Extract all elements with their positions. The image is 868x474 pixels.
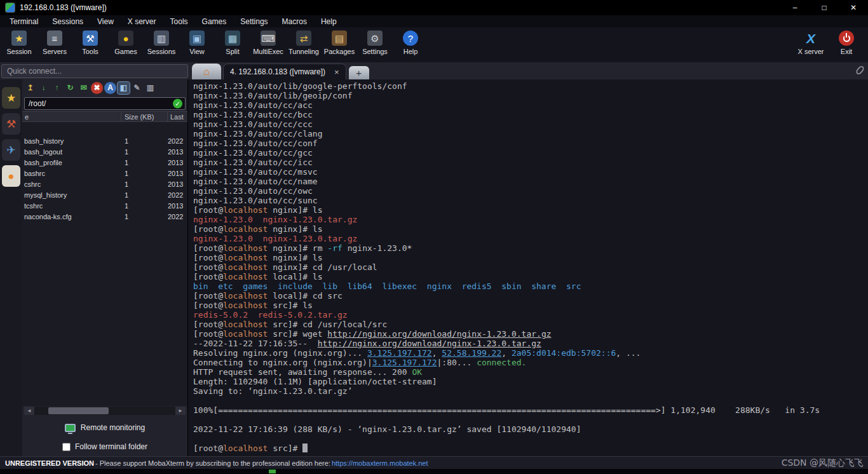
minimize-button[interactable]: – [780,0,810,15]
file-modified: 2013 [168,170,187,177]
tools-tab-icon[interactable]: ⚒ [2,113,20,135]
sessions-icon: ▥ [154,30,169,46]
file-list[interactable]: bash_history12022bash_logout12013bash_pr… [22,122,187,406]
terminal-text [248,310,258,320]
table-row[interactable]: tcshrc12013 [22,200,187,211]
menu-item-terminal[interactable]: Terminal [3,15,45,27]
terminal-text: 52.58.199.22 [442,348,501,358]
follow-terminal-folder-checkbox[interactable] [62,443,71,451]
new-tab-button[interactable]: + [349,66,369,79]
terminal-text: nginx-1.23.0/auto/cc/clang [193,129,323,139]
toolbar-left: ★Session≡Servers⚒Tools●Games▥Sessions▣Vi… [1,30,428,55]
toolbar-label: Settings [362,48,388,55]
terminal[interactable]: nginx-1.23.0/auto/lib/google-perftools/c… [188,79,868,456]
scroll-left-arrow[interactable]: ◄ [24,407,34,415]
column-header-last[interactable]: Last [168,112,187,121]
terminal-text: nginx-1.23.0/auto/cc/gcc [193,148,313,158]
terminal-icon[interactable]: ▥ [144,82,156,94]
terminal-line: [root@localhost nginx]# ls [193,253,868,262]
tab-session[interactable]: 4. 192.168.0.183 ([vmware]) × [223,64,346,79]
terminal-line: redis-5.0.2 redis-5.0.2.tar.gz [193,310,868,320]
toolbar-games-button[interactable]: ●Games [108,30,144,55]
terminal-text: localhost [223,272,268,281]
path-confirm-icon[interactable]: ✓ [173,99,182,109]
sessions-star-icon[interactable]: ★ [2,87,20,109]
sftp-tab-icon[interactable]: ● [2,165,20,187]
menu-item-x-server[interactable]: X server [121,15,163,27]
terminal-text: localhost [223,253,268,262]
menu-item-games[interactable]: Games [195,15,234,27]
maximize-button[interactable]: □ [810,0,839,15]
terminal-text: [root@ [193,444,223,453]
tab-home[interactable]: ⌂ [192,64,221,79]
toolbar-exit-button[interactable]: Exit [829,30,864,55]
font-icon[interactable]: A [104,82,116,94]
macros-tab-icon[interactable]: ✈ [2,139,20,161]
menu-item-tools[interactable]: Tools [163,15,195,27]
table-row[interactable]: naconda-ks.cfg12022 [22,211,187,222]
menu-item-settings[interactable]: Settings [233,15,275,27]
scrollbar-track[interactable] [34,407,175,415]
column-header-name[interactable]: e [22,112,121,121]
table-row[interactable]: mysql_history12022 [22,189,187,200]
terminal-text: redis-5.0.2 [193,310,248,320]
table-row[interactable]: bash_history12022 [22,135,187,146]
split-view-icon[interactable]: ◧ [118,82,130,94]
paperclip-icon[interactable] [855,65,865,76]
terminal-text: nginx-1.23.0.tar.gz [263,215,358,224]
table-row[interactable]: bashrc12013 [22,168,187,179]
toolbar-view-button[interactable]: ▣View [179,30,215,55]
tab-close-icon[interactable]: × [334,68,339,76]
terminal-text: -rf [327,243,342,253]
terminal-text: bin etc games include lib lib64 libexec … [193,281,581,291]
upload-icon[interactable]: ↑ [51,82,63,94]
toolbar-split-button[interactable]: ▦Split [215,30,250,55]
quick-connect-input[interactable] [1,64,188,78]
table-row[interactable]: bash_profile12013 [22,157,187,168]
edit-icon[interactable]: ✎ [131,82,143,94]
terminal-text: localhost [223,320,268,329]
toolbar-tunneling-button[interactable]: ⇄Tunneling [286,30,322,55]
toolbar-x-server-button[interactable]: XX server [793,30,829,55]
file-size: 1 [121,180,168,188]
download-icon[interactable]: ↓ [37,82,50,94]
terminal-line: 2022-11-22 17:16:39 (288 KB/s) - ‘nginx-… [193,424,868,434]
toolbar-help-button[interactable]: ?Help [393,30,428,55]
toolbar-sessions-button[interactable]: ▥Sessions [144,30,179,55]
column-header-size[interactable]: Size (KB) [121,112,168,121]
menu-item-macros[interactable]: Macros [275,15,314,27]
table-row[interactable]: cshrc12013 [22,179,187,189]
folder-up-icon[interactable]: ↥ [24,82,36,94]
toolbar-settings-button[interactable]: ⚙Settings [357,30,393,55]
refresh-icon[interactable]: ↻ [64,82,76,94]
file-name: mysql_history [22,191,121,199]
close-button[interactable]: ✕ [839,0,868,15]
menu-item-sessions[interactable]: Sessions [45,15,90,27]
toolbar-servers-button[interactable]: ≡Servers [37,30,72,55]
terminal-line [193,415,868,424]
terminal-line: nginx-1.23.0 nginx-1.23.0.tar.gz [193,234,868,243]
menu-item-view[interactable]: View [90,15,121,27]
path-input[interactable] [24,97,186,110]
toolbar-right: XX serverExit [793,30,864,55]
scrollbar-thumb[interactable] [48,407,109,414]
tunneling-icon: ⇄ [296,30,311,46]
toolbar-tools-button[interactable]: ⚒Tools [72,30,108,55]
terminal-line: Connecting to nginx.org (nginx.org)|3.12… [193,358,868,367]
menu-item-help[interactable]: Help [314,15,344,27]
toolbar-session-button[interactable]: ★Session [1,30,37,55]
toolbar-multiexec-button[interactable]: ⌨MultiExec [250,30,286,55]
file-modified: 2022 [168,191,187,199]
toolbar-packages-button[interactable]: ▤Packages [322,30,357,55]
message-icon[interactable]: ✉ [78,82,90,94]
file-size: 1 [121,159,168,166]
stop-icon[interactable]: ✖ [91,82,103,94]
remote-monitoring-button[interactable]: Remote monitoring [22,418,187,437]
statusbar-link[interactable]: https://mobaxterm.mobatek.net [332,459,428,467]
scroll-right-arrow[interactable]: ► [175,407,186,415]
packages-icon: ▤ [332,30,347,46]
terminal-line: nginx-1.23.0/auto/lib/geoip/conf [193,91,868,100]
titlebar: 192.168.0.183 ([vmware]) – □ ✕ [0,0,868,15]
terminal-text: Length: 1102940 (1.1M) [application/octe… [193,377,437,386]
table-row[interactable]: bash_logout12013 [22,146,187,157]
